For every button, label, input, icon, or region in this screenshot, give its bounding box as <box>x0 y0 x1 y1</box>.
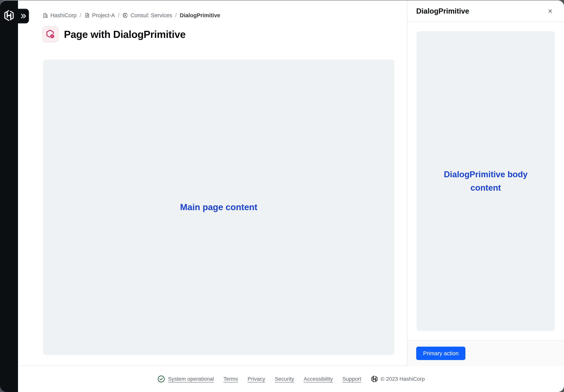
copyright: © 2023 HashiCorp <box>371 375 425 383</box>
check-circle-icon <box>157 375 165 383</box>
close-icon <box>547 8 553 14</box>
breadcrumb-label: Consul: Services <box>130 12 172 19</box>
footer-link-security[interactable]: Security <box>275 376 294 382</box>
breadcrumb-item-consul-services[interactable]: Consul: Services <box>123 12 172 19</box>
dialog-panel: DialogPrimitive DialogPrimitive body con… <box>407 0 564 366</box>
dialog-body-placeholder: DialogPrimitive body content <box>417 31 555 331</box>
breadcrumb: HashiCorp / Project-A / <box>42 12 220 19</box>
hexagon-gear-icon <box>45 29 56 40</box>
footer-link-privacy[interactable]: Privacy <box>248 376 265 382</box>
footer-link-accessibility[interactable]: Accessibility <box>304 376 333 382</box>
page-title-icon-badge <box>42 26 58 42</box>
app-window: HashiCorp / Project-A / <box>0 0 564 392</box>
hashicorp-home-link[interactable] <box>3 9 15 22</box>
breadcrumb-label: Project-A <box>92 12 115 19</box>
footer-link-support[interactable]: Support <box>342 376 361 382</box>
main-content-placeholder: Main page content <box>43 59 394 355</box>
dialog-header: DialogPrimitive <box>407 0 564 22</box>
dialog-placeholder-text: DialogPrimitive body content <box>441 168 531 195</box>
page-header: Page with DialogPrimitive <box>42 26 185 42</box>
breadcrumb-separator: / <box>118 12 119 19</box>
chevrons-right-icon <box>20 13 27 19</box>
footer-link-terms[interactable]: Terms <box>224 376 238 382</box>
breadcrumb-item-current: DialogPrimitive <box>180 12 220 19</box>
copyright-text: © 2023 HashiCorp <box>381 376 425 382</box>
breadcrumb-item-hashicorp[interactable]: HashiCorp <box>42 12 77 19</box>
page-title: Page with DialogPrimitive <box>64 28 185 40</box>
breadcrumb-item-project-a[interactable]: Project-A <box>84 12 115 19</box>
app-footer: System operational Terms Privacy Securit… <box>18 365 564 392</box>
breadcrumb-separator: / <box>175 12 177 19</box>
system-status: System operational <box>157 375 214 383</box>
dialog-close-button[interactable] <box>545 6 555 16</box>
main-placeholder-text: Main page content <box>180 200 257 214</box>
org-icon <box>42 13 48 18</box>
dialog-body: DialogPrimitive body content <box>407 22 564 340</box>
main-content-area: HashiCorp / Project-A / <box>18 0 407 365</box>
hashicorp-logo-icon <box>3 10 15 21</box>
system-status-link[interactable]: System operational <box>168 376 214 382</box>
dialog-footer: Primary action <box>407 340 564 366</box>
expand-sidebar-button[interactable] <box>18 9 29 24</box>
breadcrumb-separator: / <box>80 12 81 19</box>
consul-icon <box>123 13 128 18</box>
breadcrumb-label: HashiCorp <box>50 12 77 19</box>
dialog-title: DialogPrimitive <box>416 7 469 15</box>
sidebar <box>0 0 18 392</box>
primary-action-button[interactable]: Primary action <box>416 347 465 360</box>
file-text-icon <box>84 13 90 18</box>
hashicorp-logo-icon <box>371 375 378 383</box>
